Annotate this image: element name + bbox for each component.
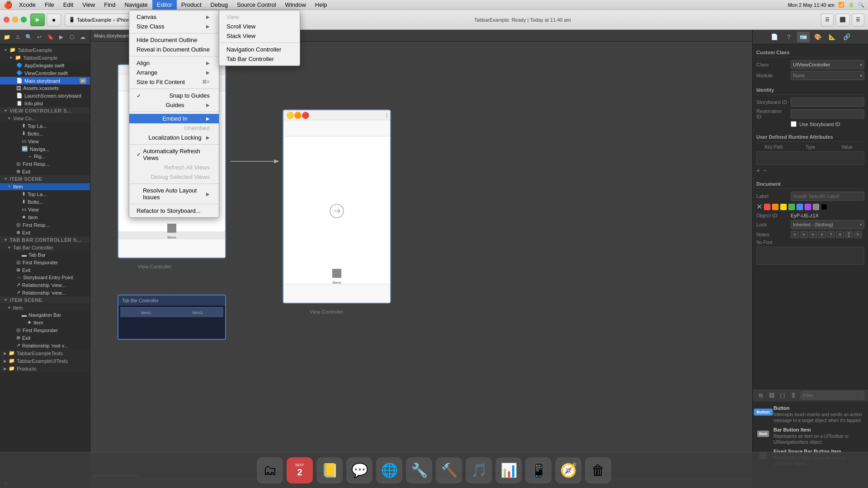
dock-instruments[interactable]: 🔧 [406, 457, 432, 483]
nav-item-assets[interactable]: 🖼 Assets.xcassets [0, 84, 90, 92]
module-field[interactable]: None ▾ [791, 71, 864, 80]
nav-item-first-responder4[interactable]: ◎ First Responder [0, 326, 90, 334]
notes-format-btn8[interactable]: ✎ [854, 231, 862, 238]
maximize-button[interactable] [21, 17, 27, 23]
standard-editor-button[interactable]: ⊟ [186, 14, 198, 26]
nav-section-tabbar-scene[interactable]: ▼ Tab Bar Controller S... [0, 236, 90, 244]
obj-item-bar-button[interactable]: Item Bar Button Item Represents an item … [755, 425, 866, 447]
close-button[interactable] [4, 17, 9, 23]
color-purple[interactable] [805, 204, 811, 210]
jump-vc[interactable]: View Controller [205, 33, 239, 38]
dock-safari[interactable]: 🧭 [555, 457, 581, 483]
nav-item-toplayout2[interactable]: ⬆ Top La... [0, 190, 90, 198]
nav-item-exit4[interactable]: ⊗ Exit [0, 334, 90, 342]
nav-item-toplayout[interactable]: ⬆ Top La... [0, 122, 90, 130]
add-udra-button[interactable]: + [756, 167, 760, 174]
nav-item-storyboard-entry[interactable]: → Storyboard Entry Point [0, 274, 90, 281]
nav-item-exit-vc[interactable]: ⊗ Exit [0, 168, 90, 175]
dock-finder[interactable]: 🗂 [257, 457, 283, 483]
nav-item-relationship2[interactable]: ↗ Relationship 'view... [0, 289, 90, 296]
nav-group-tabbar-ctrl[interactable]: ▼ Tab Bar Controller [0, 244, 90, 251]
storyboard-id-field[interactable] [791, 98, 864, 107]
nav-back-icon[interactable]: ↩ [34, 32, 44, 42]
nav-item-bottomlayout[interactable]: ⬇ Botto... [0, 130, 90, 137]
nav-item-exit3[interactable]: ⊗ Exit [0, 266, 90, 274]
color-orange[interactable] [772, 204, 778, 210]
menu-edit[interactable]: Edit [59, 0, 78, 9]
menu-help[interactable]: Help [311, 0, 332, 9]
obj-lib-objects-icon[interactable]: ⊞ [756, 391, 765, 400]
dock-trash[interactable]: 🗑 [585, 457, 611, 483]
navigator-toggle[interactable]: ☰ [821, 14, 834, 26]
nav-group-item2[interactable]: ▼ Item [0, 304, 90, 311]
nav-item-first-responder2[interactable]: ◎ First Resp... [0, 221, 90, 229]
menu-debug[interactable]: Debug [206, 0, 232, 9]
notes-textarea[interactable] [756, 247, 864, 265]
nav-group-ui-tests[interactable]: ▶ 📁 TabbarExampleUITests [0, 357, 90, 365]
nav-item-launch-screen[interactable]: 📄 LaunchScreen.storyboard [0, 92, 90, 99]
nav-item-view2[interactable]: ▭ View [0, 206, 90, 213]
menu-xcode[interactable]: Xcode [14, 0, 40, 9]
nav-group-root[interactable]: ▼ 📁 TabbarExample [0, 46, 90, 54]
debug-toggle[interactable]: ⬛ [835, 14, 850, 26]
use-storyboard-id-checkbox[interactable] [791, 121, 797, 127]
remove-udra-button[interactable]: − [763, 167, 766, 174]
dock-messages[interactable]: 💬 [346, 457, 373, 483]
color-x-icon[interactable]: ✕ [756, 202, 762, 211]
inspector-attributes-icon[interactable]: 🎨 [811, 32, 824, 42]
nav-item-main-storyboard[interactable]: 📄 Main.storyboard M [0, 77, 90, 84]
dock-xcode[interactable]: 🔨 [436, 457, 462, 483]
dock-chrome[interactable]: 🌐 [376, 457, 402, 483]
scheme-selector[interactable]: 📱 TabbarExample › iPhone 6s Plus [65, 14, 154, 26]
stop-button[interactable]: ■ [47, 14, 61, 26]
nav-report-icon[interactable]: ☁ [78, 32, 88, 42]
color-gray[interactable] [813, 204, 819, 210]
notes-format-btn5[interactable]: T [827, 231, 835, 238]
nav-section-item-scene[interactable]: ▼ Item Scene [0, 175, 90, 183]
menu-search-icon[interactable]: 🔍 [858, 2, 864, 8]
nav-group-tests[interactable]: ▶ 📁 TabbarExampleTests [0, 349, 90, 357]
nav-bookmark-icon[interactable]: 🔖 [45, 32, 55, 42]
obj-item-button[interactable]: Button Button Intercepts touch events an… [755, 404, 866, 425]
nav-breakpoint-icon[interactable]: ⬡ [67, 32, 77, 42]
obj-lib-media-icon[interactable]: 🖼 [767, 391, 776, 400]
notes-format-btn1[interactable]: ≡ [791, 231, 799, 238]
inspector-quickhelp-icon[interactable]: ? [783, 32, 795, 42]
nav-item-info-plist[interactable]: 📋 Info.plist [0, 99, 90, 107]
dock-itunes[interactable]: 🎵 [466, 457, 492, 483]
nav-group-tabbar[interactable]: ▼ 📁 TabbarExample [0, 54, 90, 61]
nav-item-relationship1[interactable]: ↗ Relationship 'view... [0, 281, 90, 289]
obj-lib-snippets-icon[interactable]: { } [778, 391, 787, 400]
notes-format-btn3[interactable]: ≡ [809, 231, 817, 238]
jump-item[interactable]: Item [244, 33, 254, 38]
menu-window[interactable]: Window [281, 0, 311, 9]
obj-lib-filter-icon[interactable]: 🎛 [789, 391, 798, 400]
nav-item-item2-label[interactable]: ★ Item [0, 319, 90, 326]
color-red[interactable] [764, 204, 770, 210]
color-black[interactable] [821, 204, 827, 210]
nav-item-viewcontroller[interactable]: 🔷 ViewController.swift [0, 69, 90, 77]
color-blue[interactable] [797, 204, 803, 210]
assistant-editor-button[interactable]: ⊞ [199, 14, 211, 26]
inspector-toggle[interactable]: ☰ [852, 14, 864, 26]
nav-search-icon[interactable]: 🔍 [24, 32, 33, 42]
nav-section-item-scene2[interactable]: ▼ Item Scene [0, 296, 90, 304]
menu-view[interactable]: View [78, 0, 99, 9]
doc-label-field[interactable] [791, 192, 864, 201]
notes-format-btn6[interactable]: A [836, 231, 844, 238]
restoration-id-field[interactable] [791, 109, 864, 118]
run-button[interactable]: ▶ [30, 14, 45, 26]
nav-item-appdelegate[interactable]: 🔷 AppDelegate.swift [0, 61, 90, 69]
menu-find[interactable]: Find [99, 0, 120, 9]
version-editor-button[interactable]: ⊠ [212, 14, 224, 26]
menu-editor[interactable]: Editor [152, 0, 177, 9]
color-green[interactable] [788, 204, 795, 210]
class-field[interactable]: UIViewController ▾ [791, 60, 864, 69]
back-button[interactable]: ‹ [161, 14, 171, 26]
nav-item-navbaritem[interactable]: ▬ Navigation Bar [0, 311, 90, 319]
jump-vc-scene[interactable]: View Controller Scene [151, 33, 200, 38]
inspector-file-icon[interactable]: 📄 [768, 32, 781, 42]
nav-item-view[interactable]: ▭ View [0, 137, 90, 145]
notes-format-btn4[interactable]: ≡ [818, 231, 826, 238]
nav-group-products[interactable]: ▶ 📁 Products [0, 365, 90, 372]
